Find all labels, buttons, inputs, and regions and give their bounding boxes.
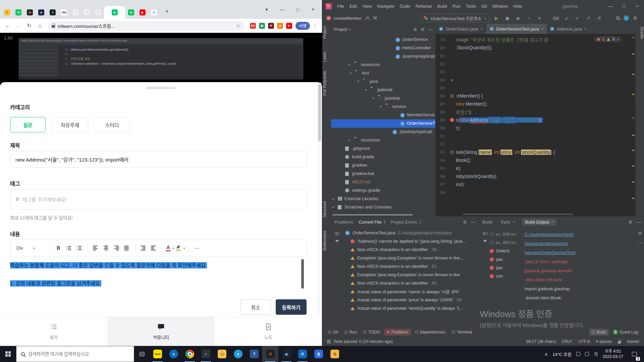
stripe-bookmarks[interactable]: Bookmarks: [322, 231, 331, 251]
block-format-select[interactable]: Div▾: [14, 245, 47, 251]
menu-view[interactable]: View: [360, 0, 374, 12]
tree-item-JpashopApplicati[interactable]: CJpashopApplicati: [331, 128, 435, 136]
chrome-tab-search-button[interactable]: ▾: [259, 0, 274, 19]
git-update-button[interactable]: ↙: [563, 15, 571, 21]
status-item[interactable]: UTF-8: [578, 339, 590, 344]
align-justify-button[interactable]: [122, 243, 131, 253]
stripe-project[interactable]: Project: [322, 26, 331, 39]
chevron-right-icon[interactable]: ▸: [332, 197, 334, 200]
browser-tab-inflearn[interactable]: in: [104, 6, 125, 19]
problem-item[interactable]: Exception 'java.lang.Exception' is never…: [345, 270, 479, 279]
close-icon[interactable]: ×: [481, 26, 483, 31]
tree-item-java[interactable]: ▾java: [331, 77, 435, 86]
build-tree-item[interactable]: OrderS: [490, 247, 524, 255]
page-scrollbar-thumb[interactable]: [318, 84, 321, 141]
soft-wrap-icon[interactable]: ⋯: [638, 240, 642, 245]
close-icon[interactable]: ×: [513, 220, 515, 224]
toolwindow-todo[interactable]: TODO: [361, 329, 382, 336]
tree-item-HelloController[interactable]: CHelloController: [331, 44, 435, 52]
omnibox[interactable]: inflearn.com/course/스프링... ☆: [48, 21, 245, 31]
taskbar-app-chrome[interactable]: [182, 346, 198, 362]
run-config-selector[interactable]: OrderServiceTest.주문취소 ▾: [421, 14, 489, 22]
settings-gear-icon[interactable]: ⚙: [633, 15, 637, 21]
home-button[interactable]: ⌂: [35, 21, 45, 31]
menu-window[interactable]: Window: [490, 0, 511, 12]
status-item[interactable]: CRLF: [562, 339, 572, 344]
build-tree-item[interactable]: ec, 849 ms: [490, 230, 524, 238]
problem-item[interactable]: Actual value of parameter 'price' is alw…: [345, 296, 479, 304]
browser-tab-gray-3[interactable]: ◔: [93, 6, 104, 19]
r-ext-extension-icon[interactable]: R: [268, 23, 274, 29]
bottom-nav-chat[interactable]: 커뮤니티: [107, 317, 215, 346]
forward-button[interactable]: →: [13, 21, 23, 31]
taskbar-app-edge-swirl[interactable]: e: [230, 346, 246, 362]
console-settings-gear-icon[interactable]: ⚙: [638, 231, 642, 236]
back-button[interactable]: ←: [3, 21, 13, 31]
problems-file-row[interactable]: COrderServiceTest.javaC:\study\jpashop\s…: [345, 229, 479, 237]
tree-item-OrderServiceT[interactable]: COrderServiceT: [331, 119, 435, 128]
problem-item[interactable]: Exception 'java.lang.Exception' is never…: [345, 254, 479, 262]
bookmark-star-icon[interactable]: ☆: [236, 23, 240, 29]
browser-tab-gray-2[interactable]: ◔: [81, 6, 93, 19]
stop-button[interactable]: ■: [536, 15, 543, 21]
filter-icon[interactable]: [335, 240, 339, 242]
toolwindow-run[interactable]: Run: [342, 329, 360, 336]
editor-tab-Address.java[interactable]: CAddress.java×: [547, 24, 590, 34]
inspections-widget[interactable]: 1 8 ▾: [594, 36, 622, 42]
build-hammer-icon[interactable]: ⚒: [373, 15, 377, 21]
taskbar-app-hangul-app[interactable]: 한: [311, 346, 327, 362]
problem-item[interactable]: Non-ASCII characters in an identifier:30: [345, 245, 479, 254]
navbar-method[interactable]: m createMember: [326, 16, 362, 21]
editor-tab-OrderServiceTest.java[interactable]: COrderServiceTest.java×: [486, 24, 547, 34]
build-hide-icon[interactable]: —: [636, 220, 641, 225]
text-color-button[interactable]: A▾: [165, 243, 175, 253]
submit-button[interactable]: 등록하기: [276, 299, 307, 315]
search-everywhere-icon[interactable]: [616, 16, 620, 20]
editor-tab-OrderStatus.java[interactable]: COrderStatus.java×: [436, 24, 486, 34]
modal-drag-handle[interactable]: [146, 87, 176, 89]
ex-extension-icon[interactable]: EX: [250, 23, 256, 29]
tree-item-Scratches-and-Consoles[interactable]: ▸Scratches and Consoles: [331, 203, 435, 212]
rich-text-content[interactable]: 학습하는 분들께 도움이 되고, 더 좋은 답변을 드릴 수 있도록 질문전에 …: [10, 258, 301, 298]
tray-icon-2[interactable]: [585, 352, 589, 356]
green-ext-extension-icon[interactable]: ▣: [259, 23, 265, 29]
debug-button[interactable]: ◉: [503, 15, 511, 21]
tree-item-MemberServic[interactable]: CMemberServic: [331, 111, 435, 119]
content-scrollbar[interactable]: [301, 259, 304, 289]
toolwindow-git[interactable]: Git: [326, 329, 341, 336]
chevron-down-icon[interactable]: ▾: [380, 105, 382, 108]
chevron-down-icon[interactable]: ▾: [358, 80, 359, 83]
git-commit-button[interactable]: ✓: [574, 15, 581, 21]
taskbar-app-kakaotalk[interactable]: TALK: [150, 346, 166, 362]
chevron-right-icon[interactable]: ▸: [349, 63, 351, 66]
outdent-button[interactable]: [139, 243, 148, 253]
status-item[interactable]: 4 spaces: [596, 339, 612, 344]
stripe-pull-requests[interactable]: Pull Requests: [322, 71, 331, 96]
chevron-down-icon[interactable]: ▾: [365, 88, 367, 92]
tree-item-gradlew.bat[interactable]: gradlew.bat: [331, 170, 435, 178]
menu-refactor[interactable]: Refactor: [413, 0, 435, 12]
eye-icon[interactable]: [335, 232, 340, 235]
menu-git[interactable]: Git: [479, 0, 490, 12]
start-button[interactable]: [0, 346, 16, 362]
browser-tab-dark-orange[interactable]: ◉: [24, 6, 36, 19]
ime-indicator[interactable]: 가: [594, 351, 598, 357]
browser-tab-google[interactable]: G: [148, 6, 160, 19]
menu-help[interactable]: Help: [511, 0, 525, 12]
taskbar-app-explorer[interactable]: ▤: [214, 346, 230, 362]
ide-minimize-button[interactable]: —: [604, 0, 617, 12]
git-history-button[interactable]: ↺: [595, 15, 603, 21]
chevron-down-icon[interactable]: ▾: [373, 97, 374, 100]
tree-item-resources[interactable]: ▸resources: [331, 136, 435, 144]
tree-item-jpashop[interactable]: ▾jpashop: [331, 94, 435, 103]
project-settings-gear-icon[interactable]: ⚙: [421, 27, 425, 32]
close-icon[interactable]: ×: [584, 26, 587, 31]
tag-input[interactable]: [22, 197, 301, 202]
taskbar-app-outlook[interactable]: O: [294, 346, 311, 362]
reload-button[interactable]: ↻: [24, 21, 34, 31]
ordered-list-button[interactable]: [64, 243, 73, 253]
problems-hide-icon[interactable]: —: [471, 220, 475, 225]
menu-edit[interactable]: Edit: [347, 0, 360, 12]
tree-item-gradlew[interactable]: gradlew: [331, 161, 435, 170]
notification-center-button[interactable]: 3: [628, 346, 641, 362]
